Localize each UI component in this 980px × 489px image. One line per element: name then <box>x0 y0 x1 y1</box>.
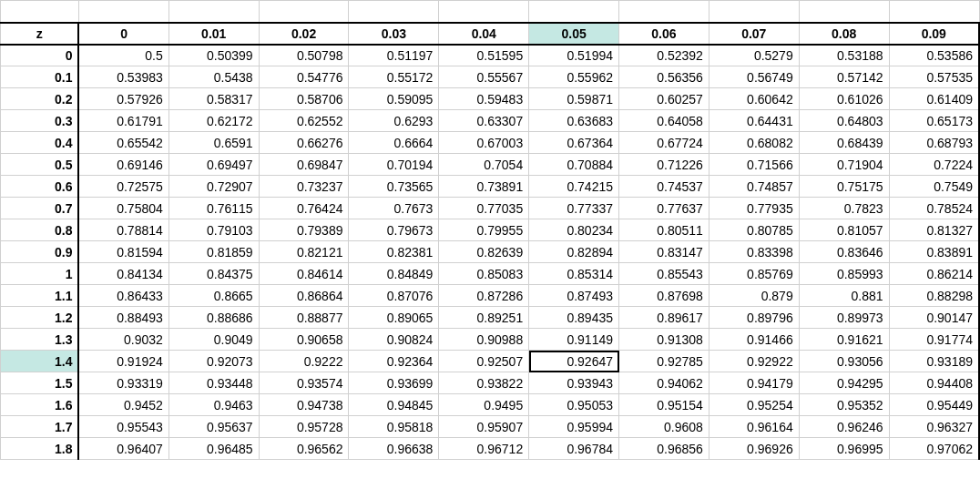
cell[interactable]: 0.83646 <box>799 241 889 263</box>
cell[interactable]: 0.5 <box>78 45 168 66</box>
cell[interactable]: 0.95449 <box>889 394 979 416</box>
cell[interactable]: 0.95254 <box>709 394 799 416</box>
cell[interactable]: 0.78814 <box>78 219 168 241</box>
cell[interactable]: 0.91924 <box>78 351 168 372</box>
cell[interactable]: 0.92922 <box>709 351 799 372</box>
cell[interactable]: 0.77035 <box>439 198 529 219</box>
cell[interactable]: 0.92785 <box>619 351 709 372</box>
cell[interactable]: 0.85314 <box>529 263 619 285</box>
cell[interactable]: 0.84849 <box>349 263 439 285</box>
cell[interactable]: 0.93448 <box>168 372 259 394</box>
row-label[interactable]: 0.6 <box>1 176 79 198</box>
cell[interactable]: 0.55962 <box>529 66 619 88</box>
cell[interactable]: 0.71226 <box>619 154 709 176</box>
cell[interactable]: 0.92647 <box>529 351 619 372</box>
cell[interactable]: 0.76115 <box>168 198 259 219</box>
cell[interactable]: 0.84614 <box>259 263 349 285</box>
cell[interactable]: 0.95352 <box>799 394 889 416</box>
col-header[interactable]: 0.02 <box>259 23 349 45</box>
cell[interactable]: 0.95637 <box>168 416 259 438</box>
cell[interactable]: 0.56356 <box>619 66 709 88</box>
cell[interactable]: 0.67003 <box>439 132 529 154</box>
cell[interactable]: 0.83891 <box>889 241 979 263</box>
cell[interactable]: 0.6591 <box>168 132 259 154</box>
cell[interactable]: 0.58706 <box>259 88 349 110</box>
cell[interactable]: 0.91774 <box>889 329 979 351</box>
cell[interactable]: 0.72907 <box>168 176 259 198</box>
cell[interactable]: 0.69497 <box>168 154 259 176</box>
cell[interactable]: 0.9049 <box>168 329 259 351</box>
cell[interactable]: 0.68439 <box>799 132 889 154</box>
col-header[interactable]: 0.08 <box>799 23 889 45</box>
cell[interactable]: 0.67724 <box>619 132 709 154</box>
cell[interactable]: 0.93056 <box>799 351 889 372</box>
cell[interactable]: 0.69847 <box>259 154 349 176</box>
cell[interactable]: 0.9032 <box>78 329 168 351</box>
cell[interactable]: 0.90988 <box>439 329 529 351</box>
cell[interactable]: 0.94845 <box>349 394 439 416</box>
cell[interactable]: 0.51595 <box>439 45 529 66</box>
cell[interactable]: 0.80234 <box>529 219 619 241</box>
cell[interactable]: 0.83147 <box>619 241 709 263</box>
cell[interactable]: 0.57535 <box>889 66 979 88</box>
cell[interactable]: 0.89251 <box>439 307 529 329</box>
cell[interactable]: 0.881 <box>799 285 889 307</box>
cell[interactable]: 0.82894 <box>529 241 619 263</box>
cell[interactable]: 0.93822 <box>439 372 529 394</box>
cell[interactable]: 0.92364 <box>349 351 439 372</box>
cell[interactable]: 0.9452 <box>78 394 168 416</box>
cell[interactable]: 0.71904 <box>799 154 889 176</box>
cell[interactable]: 0.7673 <box>349 198 439 219</box>
cell[interactable]: 0.59483 <box>439 88 529 110</box>
row-label[interactable]: 1.5 <box>1 372 79 394</box>
cell[interactable]: 0.94408 <box>889 372 979 394</box>
cell[interactable]: 0.57926 <box>78 88 168 110</box>
row-label[interactable]: 0.3 <box>1 110 79 132</box>
row-label[interactable]: 0.9 <box>1 241 79 263</box>
cell[interactable]: 0.96485 <box>168 438 259 460</box>
cell[interactable]: 0.87076 <box>349 285 439 307</box>
cell[interactable]: 0.63683 <box>529 110 619 132</box>
row-label[interactable]: 0.5 <box>1 154 79 176</box>
cell[interactable]: 0.59095 <box>349 88 439 110</box>
cell[interactable]: 0.9463 <box>168 394 259 416</box>
cell[interactable]: 0.87493 <box>529 285 619 307</box>
col-header[interactable]: 0.05 <box>529 23 619 45</box>
cell[interactable]: 0.96638 <box>349 438 439 460</box>
cell[interactable]: 0.82121 <box>259 241 349 263</box>
cell[interactable]: 0.56749 <box>709 66 799 88</box>
cell[interactable]: 0.70194 <box>349 154 439 176</box>
cell[interactable]: 0.89617 <box>619 307 709 329</box>
cell[interactable]: 0.79955 <box>439 219 529 241</box>
col-header[interactable]: 0.06 <box>619 23 709 45</box>
cell[interactable]: 0.88493 <box>78 307 168 329</box>
cell[interactable]: 0.62172 <box>168 110 259 132</box>
cell[interactable]: 0.75804 <box>78 198 168 219</box>
cell[interactable]: 0.51197 <box>349 45 439 66</box>
cell[interactable]: 0.65173 <box>889 110 979 132</box>
col-header[interactable]: 0.03 <box>349 23 439 45</box>
cell[interactable]: 0.9495 <box>439 394 529 416</box>
cell[interactable]: 0.66276 <box>259 132 349 154</box>
cell[interactable]: 0.68793 <box>889 132 979 154</box>
cell[interactable]: 0.81057 <box>799 219 889 241</box>
cell[interactable]: 0.96856 <box>619 438 709 460</box>
row-label[interactable]: 1.3 <box>1 329 79 351</box>
cell[interactable]: 0.74857 <box>709 176 799 198</box>
cell[interactable]: 0.62552 <box>259 110 349 132</box>
cell[interactable]: 0.55172 <box>349 66 439 88</box>
cell[interactable]: 0.96926 <box>709 438 799 460</box>
cell[interactable]: 0.96164 <box>709 416 799 438</box>
cell[interactable]: 0.59871 <box>529 88 619 110</box>
row-label[interactable]: 0.7 <box>1 198 79 219</box>
row-label[interactable]: 1 <box>1 263 79 285</box>
cell[interactable]: 0.91308 <box>619 329 709 351</box>
row-label[interactable]: 1.7 <box>1 416 79 438</box>
col-header[interactable]: 0.09 <box>889 23 979 45</box>
cell[interactable]: 0.50798 <box>259 45 349 66</box>
cell[interactable]: 0.5438 <box>168 66 259 88</box>
cell[interactable]: 0.80511 <box>619 219 709 241</box>
row-label[interactable]: 0.2 <box>1 88 79 110</box>
cell[interactable]: 0.77337 <box>529 198 619 219</box>
cell[interactable]: 0.69146 <box>78 154 168 176</box>
